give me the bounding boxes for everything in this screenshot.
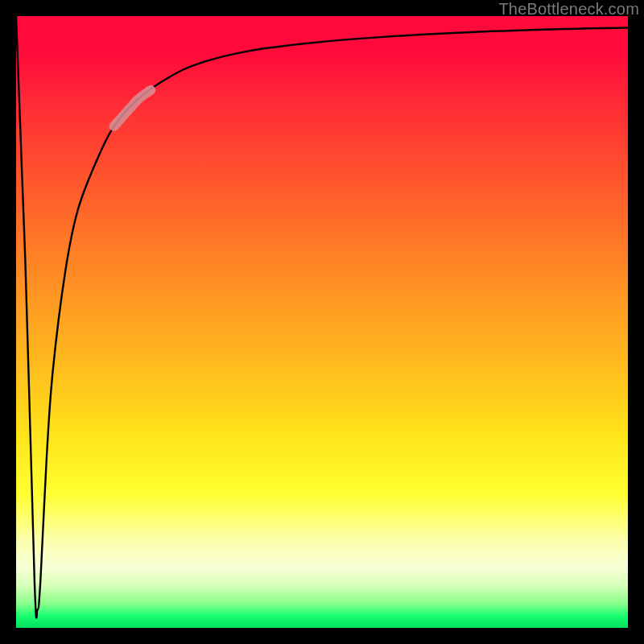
bottleneck-curve (16, 16, 628, 617)
plot-area (16, 16, 628, 628)
attribution-text: TheBottleneck.com (498, 0, 639, 19)
chart-frame: TheBottleneck.com (0, 0, 644, 644)
curve-svg (16, 16, 628, 628)
highlight-segment (114, 90, 151, 126)
